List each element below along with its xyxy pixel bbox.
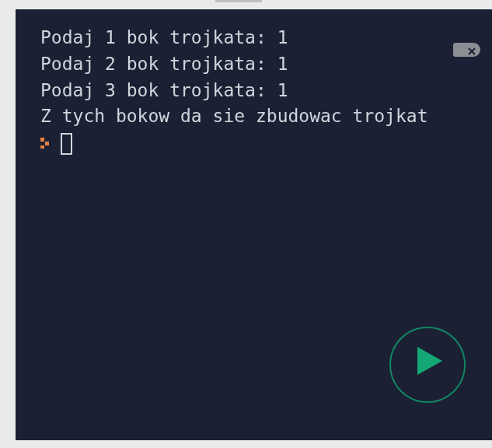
svg-marker-5 (417, 347, 442, 375)
terminal-cursor (61, 133, 72, 155)
prompt-row[interactable] (40, 131, 478, 155)
run-button[interactable] (389, 327, 466, 403)
terminal-line: Podaj 3 bok trojkata: 1 (40, 78, 478, 104)
top-bar (0, 0, 492, 9)
close-panel-button[interactable] (453, 43, 480, 57)
left-gutter (0, 9, 16, 440)
terminal-line: Podaj 2 bok trojkata: 1 (40, 51, 478, 78)
play-icon (413, 347, 442, 383)
prompt-icon (40, 138, 50, 149)
terminal-panel: Podaj 1 bok trojkata: 1 Podaj 2 bok troj… (16, 9, 492, 440)
top-divider (215, 0, 262, 2)
svg-rect-3 (45, 142, 49, 145)
terminal-line: Z tych bokow da sie zbudowac trojkat (40, 103, 478, 130)
svg-rect-4 (40, 145, 44, 149)
svg-rect-2 (40, 138, 44, 142)
terminal-line: Podaj 1 bok trojkata: 1 (40, 25, 478, 51)
close-icon (468, 37, 476, 63)
